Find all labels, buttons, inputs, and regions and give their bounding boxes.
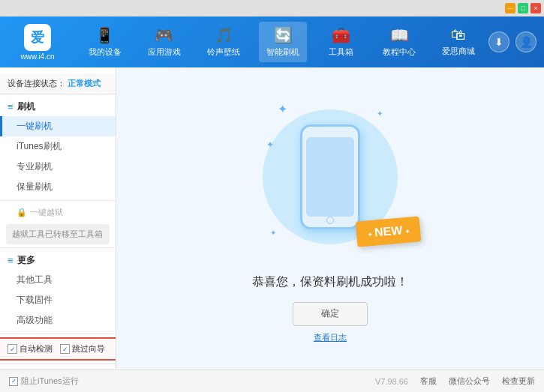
star-2: ✦ [377,109,383,118]
store-icon: 🛍 [451,26,466,43]
checkbox-via-wizard[interactable]: ✓ 跳过向导 [60,343,105,355]
checkbox-auto-update-box[interactable]: ✓ [8,344,17,354]
confirm-button[interactable]: 确定 [293,302,368,326]
my-device-label: 我的设备 [89,46,122,58]
jailbreak-note: 越狱工具已转移至工具箱 [6,224,110,244]
flash-section-icon: ≡ [8,101,14,112]
footer-link-update[interactable]: 检查更新 [502,376,535,387]
nav-item-store[interactable]: 🛍 爱思商城 [434,22,482,62]
sidebar-divider-2 [0,247,116,248]
title-bar: ─ □ × [0,0,544,16]
checkbox-via-wizard-box[interactable]: ✓ [60,344,70,354]
new-badge: NEW [355,216,421,247]
sidebar: 设备连接状态： 正常模式 ≡ 刷机 一键刷机 iTunes刷机 专业刷机 保量刷… [0,67,116,370]
sidebar-item-advanced[interactable]: 高级功能 [0,310,116,331]
checkbox-auto-update-label: 自动检测 [20,343,53,355]
logo-subtitle: www.i4.cn [20,52,54,61]
flash-section-label: 刷机 [17,100,35,113]
sidebar-section-more: ≡ 更多 其他工具 下载固件 高级功能 [0,251,116,331]
star-4: ✦ [266,139,274,150]
footer-left: ✓ 阻止iTunes运行 [9,376,79,387]
diary-link[interactable]: 查看日志 [314,332,347,343]
apps-games-icon: 🎮 [155,26,173,44]
sidebar-item-pro-flash[interactable]: 专业刷机 [0,157,116,177]
stop-itunes-checkbox[interactable]: ✓ [9,377,18,386]
checkboxes-area: ✓ 自动检测 ✓ 跳过向导 [0,337,116,361]
toolbox-label: 工具箱 [329,46,353,58]
checkbox-via-wizard-label: 跳过向导 [72,343,105,355]
sidebar-section-flash: ≡ 刷机 一键刷机 iTunes刷机 专业刷机 保量刷机 🔒 一键越狱 越狱工具… [0,97,116,244]
sidebar-item-other-tools[interactable]: 其他工具 [0,270,116,290]
nav-item-smart-flash[interactable]: 🔄 智能刷机 [259,22,307,62]
logo: 爱 www.i4.cn [8,24,68,61]
sidebar-item-save-flash[interactable]: 保量刷机 [0,177,116,197]
nav-item-my-device[interactable]: 📱 我的设备 [81,22,129,62]
store-label: 爱思商城 [442,46,475,57]
ringtones-label: 铃声壁纸 [207,46,240,58]
checkbox-auto-update[interactable]: ✓ 自动检测 [8,343,53,355]
sidebar-divider-3 [0,334,116,334]
download-button[interactable]: ⬇ [488,31,509,52]
sidebar-divider-1 [0,200,116,201]
star-1: ✦ [278,102,287,116]
main-area: 设备连接状态： 正常模式 ≡ 刷机 一键刷机 iTunes刷机 专业刷机 保量刷… [0,67,544,370]
phone-home-button [326,217,334,224]
smart-flash-icon: 🔄 [274,26,293,44]
sidebar-item-one-click[interactable]: 一键刷机 [0,116,116,136]
ringtones-icon: 🎵 [215,26,233,44]
smart-flash-label: 智能刷机 [266,46,299,58]
footer-version: V7.98.66 [375,377,408,386]
status-value: 正常模式 [68,79,101,88]
content-area: ✦ ✦ ✦ ✦ NEW 恭喜您，保资料刷机成功啦！ 确定 查看日志 [116,67,544,370]
header-actions: ⬇ 👤 [488,31,536,52]
footer: ✓ 阻止iTunes运行 V7.98.66 客服 微信公众号 检查更新 [0,370,544,392]
more-section-icon: ≡ [8,255,14,266]
toolbox-icon: 🧰 [332,26,350,44]
sidebar-item-itunes[interactable]: iTunes刷机 [0,136,116,157]
close-button[interactable]: × [530,3,541,13]
stop-itunes-label: 阻止iTunes运行 [21,376,79,387]
more-section-label: 更多 [17,254,35,267]
logo-icon: 爱 [24,24,51,51]
phone-body [300,124,360,229]
device-section: 📱 iPhone 12 mini 64GB Down-12mini-13.1 [0,364,116,370]
nav-item-toolbox[interactable]: 🧰 工具箱 [319,22,364,62]
sidebar-section-more-header: ≡ 更多 [0,251,116,270]
minimize-button[interactable]: ─ [505,3,515,13]
sidebar-section-flash-header: ≡ 刷机 [0,97,116,116]
tutorial-label: 教程中心 [383,46,416,58]
status-label: 设备连接状态： [8,79,65,88]
sidebar-item-jailbreak-disabled: 🔒 一键越狱 [0,204,116,221]
status-bar: 设备连接状态： 正常模式 [0,73,116,94]
nav-item-tutorial[interactable]: 📖 教程中心 [375,22,423,62]
lock-icon: 🔒 [17,208,27,217]
my-device-icon: 📱 [95,26,114,44]
star-3: ✦ [270,229,276,237]
nav-item-apps-games[interactable]: 🎮 应用游戏 [140,22,188,62]
nav-item-ringtones[interactable]: 🎵 铃声壁纸 [200,22,248,62]
phone-screen [306,137,354,217]
success-message: 恭喜您，保资料刷机成功啦！ [252,274,408,290]
footer-link-wechat[interactable]: 微信公众号 [449,376,490,387]
user-button[interactable]: 👤 [515,31,536,52]
sidebar-item-download-firmware[interactable]: 下载固件 [0,290,116,310]
maximize-button[interactable]: □ [518,3,528,13]
header: 爱 www.i4.cn 📱 我的设备 🎮 应用游戏 🎵 铃声壁纸 🔄 智能刷机 … [0,16,544,67]
nav-items: 📱 我的设备 🎮 应用游戏 🎵 铃声壁纸 🔄 智能刷机 🧰 工具箱 📖 教程中心… [75,22,488,62]
apps-games-label: 应用游戏 [148,46,181,58]
phone-illustration: ✦ ✦ ✦ ✦ NEW [255,94,405,259]
footer-right: V7.98.66 客服 微信公众号 检查更新 [375,376,535,387]
tutorial-icon: 📖 [390,26,409,44]
phone-body-wrapper [300,124,360,229]
jailbreak-label: 一键越狱 [30,207,63,218]
footer-link-service[interactable]: 客服 [420,376,437,387]
